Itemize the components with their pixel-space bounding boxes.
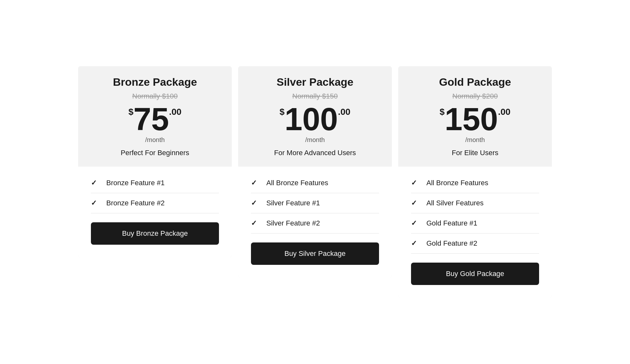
- feature-text-gold-2: Gold Feature #1: [426, 219, 477, 227]
- original-price-silver: Normally $150: [251, 92, 379, 100]
- feature-item-silver-0: ✓All Bronze Features: [251, 173, 379, 193]
- price-period-gold: /month: [411, 136, 539, 144]
- feature-item-silver-2: ✓Silver Feature #2: [251, 213, 379, 233]
- checkmark-icon-bronze-1: ✓: [91, 199, 99, 207]
- checkmark-icon-silver-0: ✓: [251, 179, 259, 187]
- feature-text-gold-3: Gold Feature #2: [426, 239, 477, 248]
- feature-text-gold-0: All Bronze Features: [426, 179, 488, 187]
- price-cents-bronze: .00: [169, 107, 182, 117]
- checkmark-icon-silver-1: ✓: [251, 199, 259, 207]
- package-title-gold: Gold Package: [411, 76, 539, 88]
- feature-text-gold-1: All Silver Features: [426, 199, 484, 207]
- feature-item-gold-2: ✓Gold Feature #1: [411, 213, 539, 233]
- feature-item-gold-0: ✓All Bronze Features: [411, 173, 539, 193]
- checkmark-icon-gold-2: ✓: [411, 219, 419, 227]
- package-title-silver: Silver Package: [251, 76, 379, 88]
- feature-item-gold-3: ✓Gold Feature #2: [411, 233, 539, 254]
- package-card-bronze: Bronze PackageNormally $100$75.00/monthP…: [78, 66, 232, 257]
- card-header-bronze: Bronze PackageNormally $100$75.00/monthP…: [78, 66, 232, 167]
- price-period-bronze: /month: [91, 136, 219, 144]
- checkmark-icon-bronze-0: ✓: [91, 179, 99, 187]
- original-price-bronze: Normally $100: [91, 92, 219, 100]
- card-header-silver: Silver PackageNormally $150$100.00/month…: [238, 66, 392, 167]
- checkmark-icon-gold-0: ✓: [411, 179, 419, 187]
- card-header-gold: Gold PackageNormally $200$150.00/monthFo…: [398, 66, 552, 167]
- price-row-gold: $150.00: [411, 103, 539, 135]
- buy-button-gold[interactable]: Buy Gold Package: [411, 263, 539, 285]
- price-main-bronze: 75: [133, 103, 169, 135]
- card-subtitle-silver: For More Advanced Users: [251, 149, 379, 157]
- price-dollar-bronze: $: [128, 107, 133, 117]
- feature-text-bronze-1: Bronze Feature #2: [106, 199, 165, 207]
- package-card-silver: Silver PackageNormally $150$100.00/month…: [238, 66, 392, 278]
- package-card-gold: Gold PackageNormally $200$150.00/monthFo…: [398, 66, 552, 298]
- price-row-silver: $100.00: [251, 103, 379, 135]
- checkmark-icon-silver-2: ✓: [251, 219, 259, 227]
- feature-text-silver-0: All Bronze Features: [266, 179, 328, 187]
- package-title-bronze: Bronze Package: [91, 76, 219, 88]
- price-main-silver: 100: [285, 103, 338, 135]
- checkmark-icon-gold-3: ✓: [411, 239, 419, 248]
- price-row-bronze: $75.00: [91, 103, 219, 135]
- pricing-container: Bronze PackageNormally $100$75.00/monthP…: [6, 66, 624, 298]
- buy-button-bronze[interactable]: Buy Bronze Package: [91, 222, 219, 245]
- price-period-silver: /month: [251, 136, 379, 144]
- price-main-gold: 150: [445, 103, 498, 135]
- feature-text-silver-2: Silver Feature #2: [266, 219, 320, 227]
- card-subtitle-bronze: Perfect For Beginners: [91, 149, 219, 157]
- feature-text-silver-1: Silver Feature #1: [266, 199, 320, 207]
- card-body-bronze: ✓Bronze Feature #1✓Bronze Feature #2Buy …: [78, 167, 232, 257]
- card-subtitle-gold: For Elite Users: [411, 149, 539, 157]
- price-dollar-gold: $: [440, 107, 445, 117]
- feature-item-bronze-1: ✓Bronze Feature #2: [91, 193, 219, 213]
- card-body-gold: ✓All Bronze Features✓All Silver Features…: [398, 167, 552, 298]
- card-body-silver: ✓All Bronze Features✓Silver Feature #1✓S…: [238, 167, 392, 278]
- feature-item-silver-1: ✓Silver Feature #1: [251, 193, 379, 213]
- buy-button-silver[interactable]: Buy Silver Package: [251, 242, 379, 265]
- feature-item-gold-1: ✓All Silver Features: [411, 193, 539, 213]
- feature-item-bronze-0: ✓Bronze Feature #1: [91, 173, 219, 193]
- price-dollar-silver: $: [279, 107, 285, 117]
- feature-text-bronze-0: Bronze Feature #1: [106, 179, 165, 187]
- original-price-gold: Normally $200: [411, 92, 539, 100]
- price-cents-gold: .00: [498, 107, 511, 117]
- price-cents-silver: .00: [338, 107, 351, 117]
- checkmark-icon-gold-1: ✓: [411, 199, 419, 207]
